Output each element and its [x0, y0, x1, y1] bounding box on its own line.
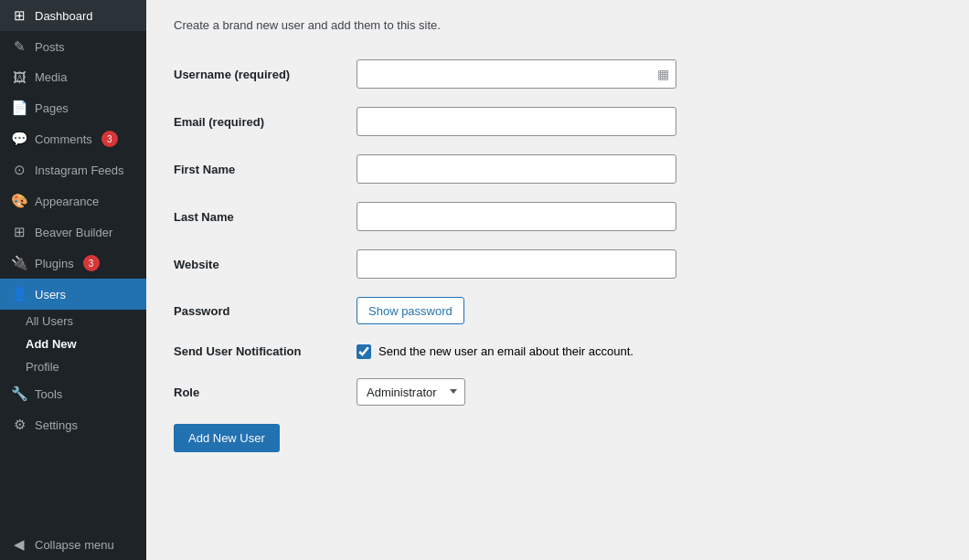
- notification-row: Send User Notification Send the new user…: [174, 333, 942, 369]
- sidebar-item-label: Users: [35, 288, 66, 301]
- sidebar-item-instagram[interactable]: ⊙ Instagram Feeds: [0, 154, 146, 185]
- website-row: Website: [174, 240, 942, 288]
- sidebar-item-pages[interactable]: 📄 Pages: [0, 92, 146, 123]
- last-name-input[interactable]: [357, 202, 676, 231]
- username-input-wrapper: ▦: [357, 59, 676, 89]
- notification-checkbox[interactable]: [357, 344, 371, 359]
- sidebar-item-dashboard[interactable]: ⊞ Dashboard: [0, 0, 146, 31]
- email-row: Email (required): [174, 98, 942, 145]
- media-icon: 🖼: [11, 69, 27, 85]
- password-label: Password: [174, 288, 357, 333]
- submenu-all-users[interactable]: All Users: [0, 310, 146, 333]
- password-row: Password Show password: [174, 288, 942, 333]
- comments-icon: 💬: [11, 131, 27, 147]
- submenu-profile[interactable]: Profile: [0, 355, 146, 378]
- collapse-icon: ◀: [11, 536, 27, 553]
- comments-badge: 3: [101, 131, 118, 147]
- role-select[interactable]: Administrator Editor Author Contributor …: [357, 378, 465, 406]
- username-label: Username (required): [174, 50, 357, 98]
- notification-text: Send the new user an email about their a…: [378, 344, 634, 358]
- sidebar-item-label: Appearance: [35, 195, 99, 208]
- posts-icon: ✎: [11, 38, 27, 55]
- page-description: Create a brand new user and add them to …: [174, 18, 942, 32]
- username-input[interactable]: [357, 59, 676, 89]
- appearance-icon: 🎨: [11, 193, 27, 209]
- website-label: Website: [174, 240, 357, 288]
- add-new-user-button[interactable]: Add New User: [174, 424, 280, 452]
- add-user-form: Username (required) ▦ Email (required) F…: [174, 50, 942, 415]
- username-row: Username (required) ▦: [174, 50, 942, 98]
- beaver-builder-icon: ⊞: [11, 224, 27, 240]
- sidebar-item-settings[interactable]: ⚙ Settings: [0, 409, 146, 440]
- sidebar-item-posts[interactable]: ✎ Posts: [0, 31, 146, 62]
- sidebar-item-comments[interactable]: 💬 Comments 3: [0, 123, 146, 154]
- first-name-label: First Name: [174, 145, 357, 193]
- sidebar-item-users[interactable]: 👤 Users: [0, 279, 146, 310]
- sidebar-item-label: Beaver Builder: [35, 226, 112, 239]
- settings-icon: ⚙: [11, 417, 27, 433]
- show-password-button[interactable]: Show password: [357, 297, 464, 324]
- main-content: Create a brand new user and add them to …: [146, 0, 969, 560]
- email-input[interactable]: [357, 107, 676, 136]
- notification-row-content: Send the new user an email about their a…: [357, 344, 942, 359]
- sidebar-item-label: Tools: [35, 387, 62, 401]
- sidebar-item-beaver-builder[interactable]: ⊞ Beaver Builder: [0, 217, 146, 248]
- role-label: Role: [174, 369, 357, 415]
- sidebar-item-plugins[interactable]: 🔌 Plugins 3: [0, 248, 146, 279]
- user-card-icon: ▦: [657, 67, 669, 81]
- plugins-badge: 3: [83, 255, 100, 271]
- pages-icon: 📄: [11, 100, 27, 116]
- sidebar-item-media[interactable]: 🖼 Media: [0, 62, 146, 92]
- sidebar-item-label: Posts: [35, 40, 65, 54]
- last-name-row: Last Name: [174, 193, 942, 240]
- first-name-input[interactable]: [357, 154, 676, 184]
- plugins-icon: 🔌: [11, 255, 27, 271]
- sidebar-item-label: Settings: [35, 418, 78, 432]
- sidebar-item-label: Collapse menu: [35, 538, 114, 552]
- dashboard-icon: ⊞: [11, 7, 27, 24]
- last-name-label: Last Name: [174, 193, 357, 240]
- sidebar-item-collapse[interactable]: ◀ Collapse menu: [0, 529, 146, 560]
- submenu-add-new[interactable]: Add New: [0, 333, 146, 355]
- sidebar-item-label: Dashboard: [35, 9, 93, 23]
- sidebar-item-label: Pages: [35, 101, 69, 115]
- email-label: Email (required): [174, 98, 357, 145]
- users-submenu: All Users Add New Profile: [0, 310, 146, 378]
- sidebar-item-label: Instagram Feeds: [35, 164, 124, 177]
- sidebar-item-tools[interactable]: 🔧 Tools: [0, 378, 146, 409]
- instagram-icon: ⊙: [11, 162, 27, 178]
- website-input[interactable]: [357, 249, 676, 279]
- tools-icon: 🔧: [11, 386, 27, 402]
- first-name-row: First Name: [174, 145, 942, 193]
- sidebar-item-label: Comments: [35, 132, 92, 146]
- notification-label: Send User Notification: [174, 333, 357, 369]
- sidebar-item-label: Plugins: [35, 257, 74, 270]
- sidebar-item-label: Media: [35, 70, 67, 84]
- sidebar: ⊞ Dashboard ✎ Posts 🖼 Media 📄 Pages 💬 Co…: [0, 0, 146, 560]
- users-icon: 👤: [11, 286, 27, 302]
- sidebar-item-appearance[interactable]: 🎨 Appearance: [0, 185, 146, 217]
- role-row: Role Administrator Editor Author Contrib…: [174, 369, 942, 415]
